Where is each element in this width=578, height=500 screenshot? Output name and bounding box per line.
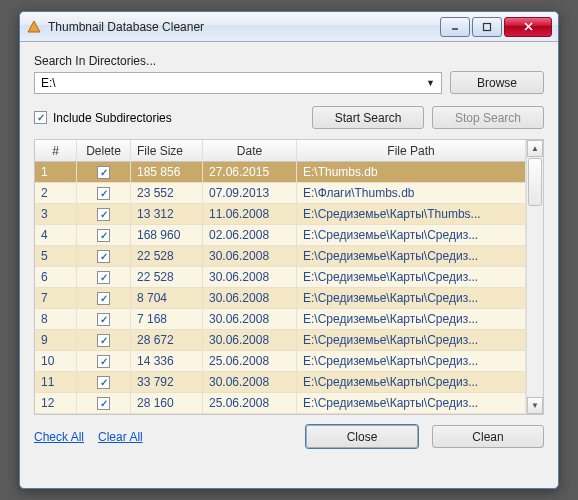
cell-delete: ✓ xyxy=(77,309,131,330)
scroll-down-icon[interactable]: ▼ xyxy=(527,397,543,414)
cell-path: E:\Thumbs.db xyxy=(297,162,526,183)
cell-number: 8 xyxy=(35,309,77,330)
cell-date: 02.06.2008 xyxy=(203,225,297,246)
cell-size: 28 672 xyxy=(131,330,203,351)
start-search-button[interactable]: Start Search xyxy=(312,106,424,129)
table-row[interactable]: 5✓22 52830.06.2008E:\Средиземье\Карты\Ср… xyxy=(35,246,526,267)
browse-button[interactable]: Browse xyxy=(450,71,544,94)
table-row[interactable]: 1✓185 85627.06.2015E:\Thumbs.db xyxy=(35,162,526,183)
row-checkbox[interactable]: ✓ xyxy=(97,166,110,179)
vertical-scrollbar[interactable]: ▲ ▼ xyxy=(526,140,543,414)
row-checkbox[interactable]: ✓ xyxy=(97,229,110,242)
cell-size: 23 552 xyxy=(131,183,203,204)
include-subdir-checkbox[interactable]: ✓ xyxy=(34,111,47,124)
row-checkbox[interactable]: ✓ xyxy=(97,334,110,347)
cell-size: 8 704 xyxy=(131,288,203,309)
cell-delete: ✓ xyxy=(77,372,131,393)
cell-path: E:\Средиземье\Карты\Средиз... xyxy=(297,372,526,393)
row-checkbox[interactable]: ✓ xyxy=(97,397,110,410)
svg-rect-1 xyxy=(484,23,491,30)
cell-number: 11 xyxy=(35,372,77,393)
cell-number: 10 xyxy=(35,351,77,372)
cell-delete: ✓ xyxy=(77,162,131,183)
table-row[interactable]: 11✓33 79230.06.2008E:\Средиземье\Карты\С… xyxy=(35,372,526,393)
stop-search-button[interactable]: Stop Search xyxy=(432,106,544,129)
cell-path: E:\Средиземье\Карты\Средиз... xyxy=(297,351,526,372)
cell-date: 30.06.2008 xyxy=(203,372,297,393)
cell-path: E:\Средиземье\Карты\Средиз... xyxy=(297,309,526,330)
chevron-down-icon: ▼ xyxy=(426,78,435,88)
titlebar[interactable]: Thumbnail Database Cleaner xyxy=(20,12,558,42)
directory-value: E:\ xyxy=(41,76,56,90)
cell-date: 11.06.2008 xyxy=(203,204,297,225)
cell-path: E:\Средиземье\Карты\Средиз... xyxy=(297,246,526,267)
col-size[interactable]: File Size xyxy=(131,140,203,162)
cell-number: 2 xyxy=(35,183,77,204)
table-row[interactable]: 8✓7 16830.06.2008E:\Средиземье\Карты\Сре… xyxy=(35,309,526,330)
cell-size: 14 336 xyxy=(131,351,203,372)
cell-delete: ✓ xyxy=(77,246,131,267)
minimize-button[interactable] xyxy=(440,17,470,37)
cell-number: 7 xyxy=(35,288,77,309)
cell-delete: ✓ xyxy=(77,393,131,414)
row-checkbox[interactable]: ✓ xyxy=(97,292,110,305)
cell-number: 5 xyxy=(35,246,77,267)
close-window-button[interactable] xyxy=(504,17,552,37)
cell-number: 12 xyxy=(35,393,77,414)
cell-date: 30.06.2008 xyxy=(203,288,297,309)
directory-combobox[interactable]: E:\ ▼ xyxy=(34,72,442,94)
col-date[interactable]: Date xyxy=(203,140,297,162)
table-row[interactable]: 6✓22 52830.06.2008E:\Средиземье\Карты\Ср… xyxy=(35,267,526,288)
row-checkbox[interactable]: ✓ xyxy=(97,355,110,368)
cell-path: E:\Средиземье\Карты\Thumbs... xyxy=(297,204,526,225)
cell-date: 25.06.2008 xyxy=(203,393,297,414)
scroll-thumb[interactable] xyxy=(528,158,542,206)
cell-date: 30.06.2008 xyxy=(203,309,297,330)
cell-number: 6 xyxy=(35,267,77,288)
cell-path: E:\Флаги\Thumbs.db xyxy=(297,183,526,204)
cell-path: E:\Средиземье\Карты\Средиз... xyxy=(297,393,526,414)
col-delete[interactable]: Delete xyxy=(77,140,131,162)
cell-date: 30.06.2008 xyxy=(203,267,297,288)
close-button[interactable]: Close xyxy=(306,425,418,448)
cell-date: 27.06.2015 xyxy=(203,162,297,183)
row-checkbox[interactable]: ✓ xyxy=(97,250,110,263)
cell-date: 25.06.2008 xyxy=(203,351,297,372)
table-row[interactable]: 9✓28 67230.06.2008E:\Средиземье\Карты\Ср… xyxy=(35,330,526,351)
cell-number: 4 xyxy=(35,225,77,246)
maximize-button[interactable] xyxy=(472,17,502,37)
clear-all-link[interactable]: Clear All xyxy=(98,430,143,444)
cell-delete: ✓ xyxy=(77,351,131,372)
cell-number: 3 xyxy=(35,204,77,225)
scroll-up-icon[interactable]: ▲ xyxy=(527,140,543,157)
row-checkbox[interactable]: ✓ xyxy=(97,271,110,284)
results-grid: # Delete File Size Date File Path 1✓185 … xyxy=(34,139,544,415)
cell-path: E:\Средиземье\Карты\Средиз... xyxy=(297,330,526,351)
row-checkbox[interactable]: ✓ xyxy=(97,187,110,200)
scroll-track[interactable] xyxy=(527,207,543,397)
table-row[interactable]: 2✓23 55207.09.2013E:\Флаги\Thumbs.db xyxy=(35,183,526,204)
check-all-link[interactable]: Check All xyxy=(34,430,84,444)
col-path[interactable]: File Path xyxy=(297,140,526,162)
table-row[interactable]: 12✓28 16025.06.2008E:\Средиземье\Карты\С… xyxy=(35,393,526,414)
clean-button[interactable]: Clean xyxy=(432,425,544,448)
cell-date: 07.09.2013 xyxy=(203,183,297,204)
row-checkbox[interactable]: ✓ xyxy=(97,376,110,389)
cell-size: 7 168 xyxy=(131,309,203,330)
col-number[interactable]: # xyxy=(35,140,77,162)
cell-size: 185 856 xyxy=(131,162,203,183)
row-checkbox[interactable]: ✓ xyxy=(97,208,110,221)
cell-number: 9 xyxy=(35,330,77,351)
window-title: Thumbnail Database Cleaner xyxy=(48,20,438,34)
table-row[interactable]: 7✓8 70430.06.2008E:\Средиземье\Карты\Сре… xyxy=(35,288,526,309)
cell-number: 1 xyxy=(35,162,77,183)
cell-delete: ✓ xyxy=(77,330,131,351)
cell-size: 22 528 xyxy=(131,246,203,267)
table-row[interactable]: 10✓14 33625.06.2008E:\Средиземье\Карты\С… xyxy=(35,351,526,372)
table-row[interactable]: 4✓168 96002.06.2008E:\Средиземье\Карты\С… xyxy=(35,225,526,246)
table-row[interactable]: 3✓13 31211.06.2008E:\Средиземье\Карты\Th… xyxy=(35,204,526,225)
cell-path: E:\Средиземье\Карты\Средиз... xyxy=(297,225,526,246)
app-icon xyxy=(26,19,42,35)
row-checkbox[interactable]: ✓ xyxy=(97,313,110,326)
search-label: Search In Directories... xyxy=(34,54,544,68)
